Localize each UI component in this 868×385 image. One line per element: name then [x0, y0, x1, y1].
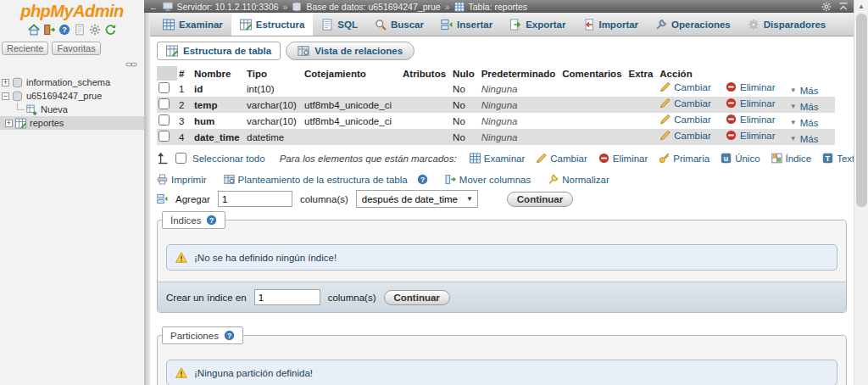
collapse-console-icon[interactable] — [838, 2, 849, 12]
more-actions-link[interactable]: ▼Más — [790, 134, 819, 144]
pencil-icon — [659, 98, 670, 109]
navigation-sidebar: phpMyAdmin Reciente Favoritas + informat… — [0, 0, 144, 385]
drop-column-link[interactable]: Eliminar — [726, 98, 776, 109]
database-tree: + information_schema − u651694247_prue N… — [0, 75, 144, 130]
change-column-link[interactable]: Cambiar — [659, 81, 710, 92]
add-column-position-select[interactable]: después de date_time ▼ — [356, 190, 478, 208]
more-actions-link[interactable]: ▼Más — [790, 118, 819, 128]
more-actions-link[interactable]: ▼Más — [790, 102, 819, 112]
tab-insert[interactable]: Insertar — [432, 13, 501, 36]
tab-export[interactable]: Exportar — [501, 13, 574, 36]
drop-icon — [726, 130, 737, 141]
breadcrumb-table[interactable]: Tabla: reportes — [469, 2, 527, 12]
tab-operations[interactable]: Operaciones — [647, 13, 739, 36]
fulltext-icon — [822, 153, 833, 164]
drop-column-link[interactable]: Eliminar — [726, 130, 776, 141]
browse-icon — [470, 153, 481, 164]
collapse-tree-icon[interactable]: − — [2, 92, 9, 100]
recent-tables-button[interactable]: Reciente — [2, 42, 48, 55]
phpmyadmin-logo[interactable]: phpMyAdmin — [0, 0, 144, 21]
warning-icon — [175, 252, 187, 263]
page-settings-gear-icon[interactable] — [821, 2, 832, 12]
check-all-label[interactable]: Seleccionar todo — [192, 153, 265, 164]
index-columns-count-input[interactable] — [254, 289, 320, 305]
selected-browse-link[interactable]: Examinar — [470, 153, 526, 164]
documentation-icon[interactable] — [74, 24, 86, 36]
table-icon — [454, 2, 465, 12]
primary-key-icon — [659, 153, 670, 164]
vertical-scrollbar[interactable]: ▲ — [854, 0, 868, 385]
scrollbar-thumb[interactable] — [856, 14, 867, 207]
breadcrumb-separator: » — [283, 2, 288, 12]
table-row: 2 temp varchar(10) utf8mb4_unicode_ci No… — [157, 97, 835, 113]
logout-icon[interactable] — [43, 24, 55, 36]
pencil-icon — [659, 130, 670, 141]
print-link[interactable]: Imprimir — [157, 174, 207, 185]
selected-unique-link[interactable]: Único — [721, 153, 760, 164]
drop-column-link[interactable]: Eliminar — [726, 81, 776, 92]
row-checkbox[interactable] — [159, 114, 170, 126]
refresh-icon[interactable] — [104, 24, 116, 36]
sidebar-resize-divider[interactable] — [144, 13, 150, 385]
subtab-table-structure[interactable]: Estructura de tabla — [157, 42, 281, 60]
move-columns-icon — [445, 174, 456, 185]
help-icon[interactable] — [417, 174, 428, 185]
pencil-icon — [659, 114, 670, 125]
tree-item-reportes[interactable]: + reportes — [0, 116, 144, 130]
add-column-count-input[interactable] — [218, 191, 292, 207]
help-icon[interactable] — [58, 24, 70, 36]
tree-item-new-table[interactable]: Nueva — [10, 103, 144, 116]
row-checkbox[interactable] — [159, 98, 170, 109]
create-index-label: Crear un índice en — [166, 293, 247, 303]
link-panel-icon[interactable] — [125, 59, 137, 70]
subtab-relation-view[interactable]: Vista de relaciones — [286, 42, 415, 60]
move-columns-link[interactable]: Mover columnas — [445, 174, 531, 185]
help-icon[interactable] — [206, 215, 217, 226]
tab-search[interactable]: Buscar — [366, 13, 432, 36]
with-selected-label: Para los elementos que están marcados: — [280, 153, 457, 164]
change-column-link[interactable]: Cambiar — [659, 130, 710, 141]
change-column-link[interactable]: Cambiar — [659, 98, 710, 109]
add-column-continue-button[interactable]: Continuar — [507, 192, 573, 207]
expand-icon[interactable]: + — [2, 79, 9, 86]
row-checkbox[interactable] — [159, 131, 170, 142]
breadcrumb-database[interactable]: Base de datos: u651694247_prue — [306, 2, 440, 12]
selected-change-link[interactable]: Cambiar — [536, 153, 587, 164]
tab-sql[interactable]: SQL — [313, 13, 366, 36]
change-column-link[interactable]: Cambiar — [659, 114, 710, 125]
drop-icon — [726, 98, 737, 109]
drop-column-link[interactable]: Eliminar — [726, 114, 776, 125]
expand-icon[interactable]: + — [5, 120, 13, 127]
row-checkbox[interactable] — [159, 82, 170, 93]
database-icon — [12, 91, 23, 102]
import-icon — [582, 19, 594, 31]
home-icon[interactable] — [28, 24, 40, 36]
position-select[interactable]: después de date_time — [362, 194, 460, 204]
favorite-tables-button[interactable]: Favoritas — [52, 42, 100, 55]
check-all-checkbox[interactable] — [175, 153, 186, 164]
tab-import[interactable]: Importar — [574, 13, 647, 36]
normalize-link[interactable]: Normalizar — [548, 174, 609, 185]
tab-structure[interactable]: Estructura — [231, 13, 314, 36]
tree-connector — [17, 103, 25, 110]
operations-icon — [655, 19, 667, 31]
breadcrumb-server[interactable]: Servidor: 10.1.2.110:3306 — [177, 2, 279, 12]
tree-item-u651694247-prue[interactable]: − u651694247_prue — [0, 89, 144, 103]
database-icon — [12, 77, 23, 88]
more-actions-link[interactable]: ▼Más — [790, 86, 819, 96]
triggers-icon — [748, 19, 760, 31]
propose-structure-link[interactable]: Planteamiento de la estructura de tabla — [224, 174, 428, 185]
selected-primary-link[interactable]: Primaria — [659, 153, 709, 164]
add-column-label: Agregar — [175, 194, 210, 204]
settings-gear-icon[interactable] — [89, 24, 101, 36]
selected-index-link[interactable]: Índice — [771, 153, 812, 164]
selected-drop-link[interactable]: Eliminar — [598, 153, 648, 164]
tree-item-information-schema[interactable]: + information_schema — [0, 75, 144, 89]
scroll-up-arrow-icon[interactable]: ▲ — [854, 0, 868, 13]
back-arrow-icon[interactable]: ← — [149, 2, 159, 12]
help-icon[interactable] — [224, 330, 235, 341]
tab-browse[interactable]: Examinar — [154, 13, 231, 36]
export-icon — [509, 19, 521, 31]
create-index-continue-button[interactable]: Continuar — [384, 290, 450, 305]
tab-triggers[interactable]: Disparadores — [739, 13, 835, 36]
